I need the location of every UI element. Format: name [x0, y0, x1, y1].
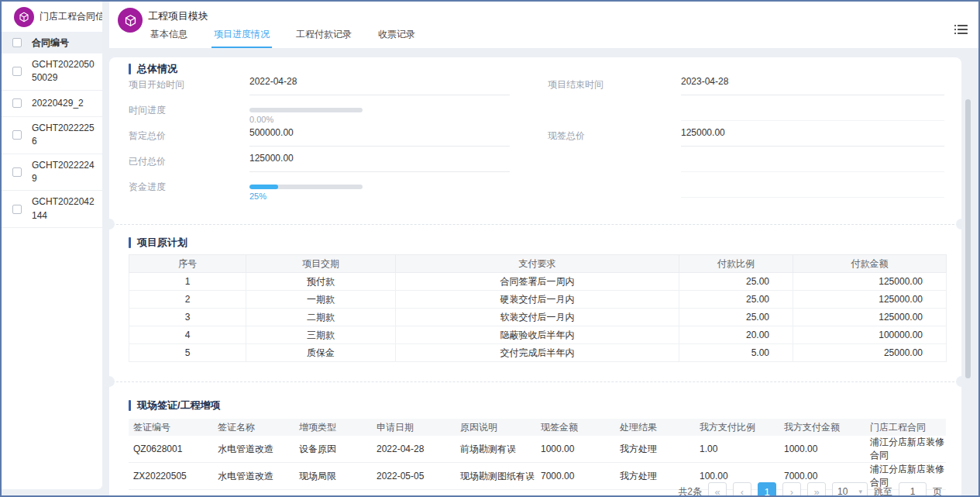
visa-table: 签证编号签证名称增项类型申请日期原因说明现签金额处理结果我方支付比例我方支付金额… — [129, 419, 946, 490]
table-row: 5质保金交付完成后半年内5.0025000.00 — [129, 344, 947, 362]
list-icon[interactable] — [954, 24, 968, 38]
vertical-scrollbar[interactable] — [965, 99, 971, 378]
tab-bar: 基本信息项目进度情况工程付款记录收票记录 — [148, 28, 418, 48]
form-row: 资金进度25% — [109, 178, 961, 204]
row-checkbox[interactable] — [12, 67, 22, 76]
table-cell: 二期款 — [246, 309, 396, 326]
cube-icon — [14, 7, 34, 27]
field-value-input[interactable]: 500000.00 — [249, 127, 510, 147]
table-cell: 我方处理 — [615, 436, 695, 463]
field-value-input[interactable]: 125000.00 — [681, 127, 944, 147]
table-cell: 1 — [129, 273, 246, 291]
table-cell: 质保金 — [246, 344, 396, 362]
form-row: 已付总价125000.00 — [109, 153, 961, 178]
tab-收票记录[interactable]: 收票记录 — [376, 28, 418, 48]
column-header: 签证名称 — [213, 419, 294, 436]
separator-notch — [104, 219, 115, 230]
table-cell: 20.00 — [679, 326, 793, 344]
table-cell: 现场勘测图纸有误 — [456, 463, 536, 490]
field-label: 时间进度 — [129, 102, 249, 117]
tab-项目进度情况[interactable]: 项目进度情况 — [211, 28, 272, 48]
pagination-total: 共2条 — [678, 485, 702, 497]
page-size-select[interactable]: 10▾ — [832, 482, 868, 497]
last-page-button[interactable]: » — [807, 482, 826, 497]
sidebar-title: 门店工程合同信息 — [40, 10, 102, 23]
column-header: 支付要求 — [396, 255, 679, 273]
table-cell: 浦江分店新店装修合同 — [865, 436, 946, 463]
table-cell: 4 — [129, 326, 246, 344]
field-value-input[interactable] — [681, 178, 944, 198]
column-header: 我方支付比例 — [695, 419, 779, 436]
table-cell: 隐蔽验收后半年内 — [396, 326, 679, 344]
contract-number: GCHT2022042144 — [32, 195, 99, 223]
next-page-button[interactable]: › — [782, 482, 801, 497]
tab-基本信息[interactable]: 基本信息 — [148, 28, 190, 48]
table-row: 4三期款隐蔽验收后半年内20.00100000.00 — [129, 326, 947, 344]
prev-page-button[interactable]: ‹ — [733, 482, 751, 497]
table-cell: 25.00 — [679, 309, 793, 326]
field-value-input[interactable]: 2022-04-28 — [249, 76, 510, 95]
contract-number: GCHT20222256 — [32, 122, 99, 149]
progress-fill — [249, 185, 278, 189]
row-checkbox[interactable] — [12, 98, 22, 108]
column-header: 签证编号 — [129, 419, 213, 436]
contract-row[interactable]: GCHT20222249 — [2, 154, 102, 192]
table-cell: 5.00 — [679, 344, 793, 362]
pagination: 共2条«‹1›»10▾跳至1页 — [678, 482, 942, 497]
jump-page-input[interactable]: 1 — [899, 482, 927, 497]
progress-percent-label: 25% — [249, 192, 510, 201]
field-value-input[interactable]: 125000.00 — [249, 153, 510, 172]
field-value-input[interactable] — [681, 102, 944, 121]
column-header: 付款金额 — [793, 255, 947, 273]
contract-row[interactable]: GCHT2022042144 — [2, 191, 102, 228]
first-page-button[interactable]: « — [708, 482, 727, 497]
contract-row[interactable]: 20220429_2 — [2, 91, 102, 117]
progress-panel: 总体情况 项目开始时间2022-04-28项目结束时间2023-04-28时间进… — [109, 57, 961, 497]
column-header: 原因说明 — [456, 419, 536, 436]
section-title-visa: 现场签证/工程增项 — [129, 399, 221, 412]
table-cell: 三期款 — [246, 326, 396, 344]
table-cell: 1000.00 — [536, 436, 615, 463]
table-row: QZ0628001水电管道改造设备原因2022-04-28前场勘测有误1000.… — [129, 436, 946, 463]
sidebar-header: 门店工程合同信息 — [2, 2, 102, 32]
row-checkbox[interactable] — [12, 167, 22, 177]
section-separator — [112, 381, 958, 382]
table-cell: 125000.00 — [793, 273, 947, 291]
page-button-1[interactable]: 1 — [758, 482, 776, 497]
contract-row[interactable]: GCHT20222256 — [2, 117, 102, 154]
contract-row[interactable]: GCHT202205050029 — [2, 53, 102, 91]
field-value-input[interactable] — [681, 153, 944, 172]
table-cell: 25.00 — [679, 291, 793, 309]
table-cell: 一期款 — [246, 291, 396, 309]
field-value-input[interactable]: 2023-04-28 — [681, 76, 944, 95]
table-cell: 5 — [129, 344, 246, 362]
progress-track — [249, 185, 363, 189]
table-cell: 125000.00 — [793, 309, 947, 326]
chevron-down-icon: ▾ — [858, 488, 862, 495]
field-label: 资金进度 — [129, 178, 249, 194]
field-label: 现签总价 — [548, 127, 681, 143]
form-row: 项目开始时间2022-04-28项目结束时间2023-04-28 — [109, 76, 961, 102]
contract-list-header: 合同编号 — [2, 32, 102, 53]
jump-suffix-label: 页 — [933, 485, 942, 497]
select-all-checkbox[interactable] — [12, 38, 22, 47]
table-cell: 1000.00 — [779, 436, 865, 463]
cube-icon — [118, 8, 143, 33]
tab-工程付款记录[interactable]: 工程付款记录 — [294, 28, 354, 48]
table-cell: 合同签署后一周内 — [396, 273, 679, 291]
table-cell: 水电管道改造 — [213, 463, 294, 490]
form-row: 时间进度0.00% — [109, 102, 961, 127]
contract-list: GCHT20220505002920220429_2GCHT20222256GC… — [2, 53, 102, 228]
contract-number: GCHT202205050029 — [32, 58, 99, 85]
column-header: 付款比例 — [679, 255, 793, 273]
table-cell: 125000.00 — [793, 291, 947, 309]
overall-form: 项目开始时间2022-04-28项目结束时间2023-04-28时间进度0.00… — [109, 76, 961, 204]
progress-field: 25% — [249, 178, 510, 198]
table-cell: 1.00 — [695, 436, 779, 463]
row-checkbox[interactable] — [12, 130, 22, 140]
progress-field: 0.00% — [249, 102, 510, 121]
table-cell: 25000.00 — [793, 344, 947, 362]
row-checkbox[interactable] — [12, 205, 22, 214]
table-cell: 2022-05-05 — [372, 463, 456, 490]
field-label — [548, 178, 681, 181]
